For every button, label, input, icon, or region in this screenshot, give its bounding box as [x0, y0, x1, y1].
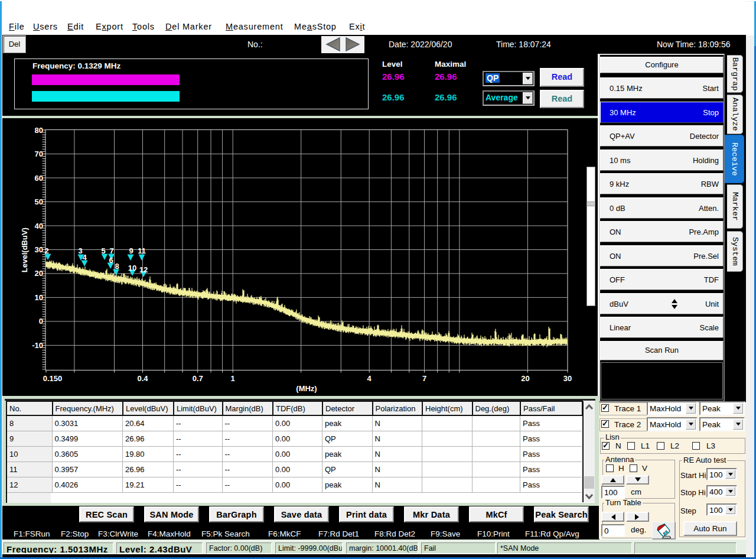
svg-text:(MHz): (MHz) — [296, 384, 317, 393]
svg-text:0.7: 0.7 — [193, 374, 203, 383]
svg-text:Level(dBuV): Level(dBuV) — [20, 228, 29, 272]
svg-text:30: 30 — [563, 374, 572, 383]
svg-text:7: 7 — [422, 374, 426, 383]
svg-text:9: 9 — [129, 246, 133, 255]
svg-text:30: 30 — [35, 245, 43, 254]
svg-text:70: 70 — [35, 150, 43, 158]
svg-text:40: 40 — [35, 222, 43, 230]
svg-text:0: 0 — [39, 317, 43, 326]
svg-text:4: 4 — [367, 374, 372, 383]
svg-text:6: 6 — [109, 256, 113, 265]
svg-text:10: 10 — [128, 264, 136, 272]
svg-text:50: 50 — [35, 197, 43, 206]
svg-text:0.4: 0.4 — [137, 374, 148, 383]
svg-text:1: 1 — [231, 374, 235, 383]
svg-text:5: 5 — [101, 246, 105, 255]
svg-text:10: 10 — [35, 293, 43, 302]
svg-text:80: 80 — [35, 126, 43, 135]
svg-text:8: 8 — [115, 262, 119, 271]
svg-text:7: 7 — [109, 246, 113, 255]
svg-text:60: 60 — [35, 174, 43, 183]
svg-text:20: 20 — [521, 374, 529, 383]
svg-text:2: 2 — [44, 246, 48, 255]
svg-text:0.150: 0.150 — [43, 374, 63, 383]
svg-text:-10: -10 — [32, 341, 43, 350]
svg-text:4: 4 — [82, 253, 87, 262]
svg-text:12: 12 — [139, 265, 148, 274]
svg-text:11: 11 — [138, 246, 146, 255]
svg-text:20: 20 — [35, 269, 43, 278]
